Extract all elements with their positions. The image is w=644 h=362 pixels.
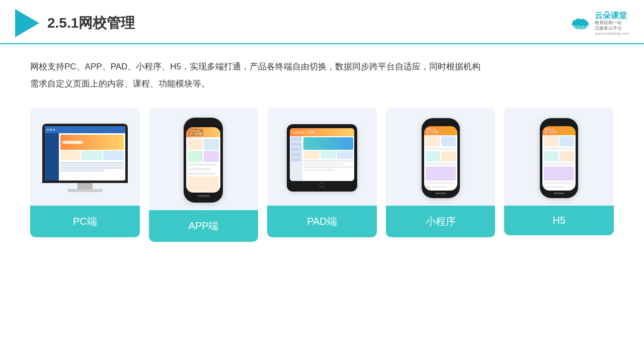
pad-card: 职涯人的第一堂判断 [267,108,377,237]
miniprogram-phone-screen: 职涯人的第一堂判断 [424,126,457,191]
logo-triangle-icon [15,9,39,37]
miniprogram-phone-notch [435,122,446,125]
pad-tablet-mockup: 职涯人的第一堂判断 [287,124,357,192]
pad-tablet-screen: 职涯人的第一堂判断 [290,128,354,181]
brand-tagline: 教育机构一站式服务云平台 [595,20,622,31]
h5-label: H5 [504,206,614,235]
app-phone-mockup: 职涯人的第一堂判断 [184,118,223,203]
miniprogram-card: 职涯人的第一堂判断 [386,108,496,237]
pad-image-area: 职涯人的第一堂判断 [267,108,377,206]
pc-card: PC端 [30,108,140,237]
page-title: 2.5.1网校管理 [47,14,135,33]
miniprogram-phone-outer: 职涯人的第一堂判断 [422,118,460,198]
description: 网校支持PC、APP、PAD、小程序、H5，实现多端打通，产品各终端自由切换，数… [30,58,614,93]
h5-phone-notch [553,122,565,125]
app-image-area: 职涯人的第一堂判断 [149,108,259,210]
h5-card: 职涯人的第一堂判断 [504,108,614,235]
app-label: APP端 [149,210,259,242]
phone-notch [197,123,209,125]
brand-text: 云朵课堂 教育机构一站式服务云平台 yunduoketang.com [595,11,629,36]
header: 2.5.1网校管理 云朵课堂 教育机构一站式服务云平台 yunduoketang… [0,0,644,44]
pc-label: PC端 [30,206,140,237]
content: 网校支持PC、APP、PAD、小程序、H5，实现多端打通，产品各终端自由切换，数… [0,44,644,252]
pc-mockup [42,124,128,192]
miniprogram-label: 小程序 [386,206,496,237]
header-right: 云朵课堂 教育机构一站式服务云平台 yunduoketang.com [570,11,629,36]
brand-logo: 云朵课堂 教育机构一站式服务云平台 yunduoketang.com [570,11,629,36]
h5-phone-outer: 职涯人的第一堂判断 [540,118,578,198]
miniprogram-phone-mockup: 职涯人的第一堂判断 [422,118,460,198]
app-card: 职涯人的第一堂判断 [149,108,259,242]
pc-image-area [30,108,140,206]
brand-name: 云朵课堂 [595,11,627,20]
pc-screen-outer [42,124,128,183]
app-phone-outer: 职涯人的第一堂判断 [184,118,223,203]
h5-phone-mockup: 职涯人的第一堂判断 [540,118,578,198]
header-left: 2.5.1网校管理 [15,9,135,37]
brand-url: yunduoketang.com [595,31,629,36]
pc-screen-inner [45,126,125,180]
h5-phone-screen: 职涯人的第一堂判断 [542,126,576,191]
pad-label: PAD端 [267,206,377,237]
h5-image-area: 职涯人的第一堂判断 [504,108,614,206]
cards-container: PC端 职涯人的第一堂判断 [30,108,614,242]
miniprogram-image-area: 职涯人的第一堂判断 [386,108,496,206]
pad-tablet-outer: 职涯人的第一堂判断 [287,124,357,192]
app-phone-screen: 职涯人的第一堂判断 [186,127,220,193]
cloud-icon [570,16,592,31]
